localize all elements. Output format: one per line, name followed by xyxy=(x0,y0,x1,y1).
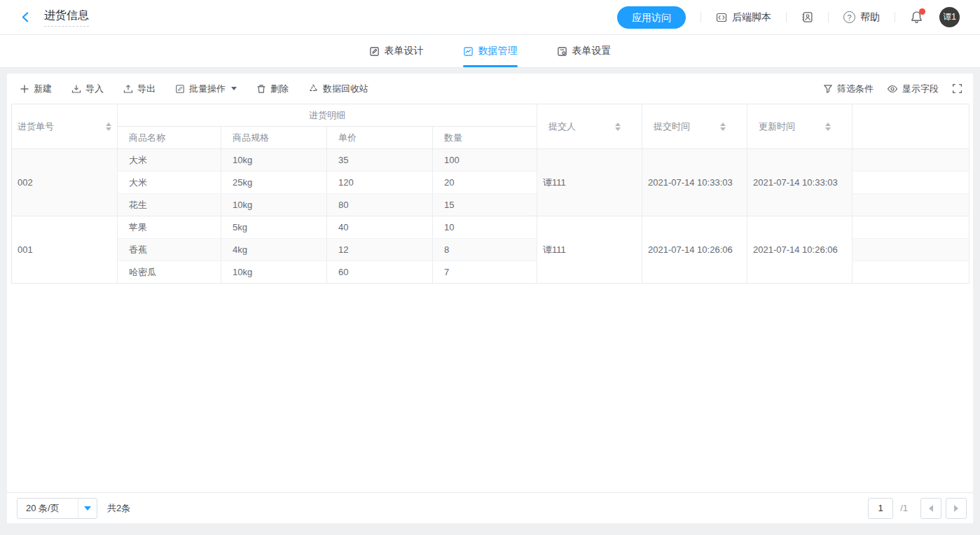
tab-form-design[interactable]: 表单设计 xyxy=(369,35,424,67)
code-icon xyxy=(716,12,727,23)
cell-item-spec: 4kg xyxy=(221,239,327,261)
cell-item-name: 苹果 xyxy=(118,216,221,239)
avatar[interactable]: 谭1 xyxy=(939,7,960,27)
export-label: 导出 xyxy=(137,83,156,95)
cell-filler xyxy=(853,261,969,284)
current-page-input[interactable] xyxy=(868,498,893,519)
backend-script-button[interactable]: 后端脚本 xyxy=(716,11,771,24)
fullscreen-icon xyxy=(952,83,962,94)
contacts-button[interactable] xyxy=(801,11,813,23)
import-label: 导入 xyxy=(85,83,104,95)
pagination-next-button[interactable] xyxy=(946,498,967,519)
column-header-update-time[interactable]: 更新时间 xyxy=(747,104,853,149)
display-fields-label: 显示字段 xyxy=(902,83,939,95)
column-header-item-name: 商品名称 xyxy=(118,127,221,149)
cell-item-qty: 7 xyxy=(433,261,537,284)
cell-item-name: 大米 xyxy=(118,172,221,194)
filter-button[interactable]: 筛选条件 xyxy=(823,83,874,95)
display-fields-button[interactable]: 显示字段 xyxy=(887,83,939,95)
sort-icon[interactable] xyxy=(106,123,111,131)
address-book-icon xyxy=(801,11,813,23)
document-pencil-icon xyxy=(175,84,185,94)
tab-data-management[interactable]: 数据管理 xyxy=(463,35,518,67)
cell-update-time: 2021-07-14 10:33:03 xyxy=(747,149,853,216)
fullscreen-button[interactable] xyxy=(952,83,962,94)
import-button[interactable]: 导入 xyxy=(71,83,104,95)
cell-submitter: 谭111 xyxy=(537,149,642,216)
cell-filler xyxy=(853,216,969,239)
column-label: 更新时间 xyxy=(759,120,795,133)
select-caret-box xyxy=(78,499,97,518)
plus-icon xyxy=(20,84,29,94)
cell-item-spec: 5kg xyxy=(221,216,327,239)
cell-item-name: 大米 xyxy=(118,149,221,172)
app-access-button[interactable]: 应用访问 xyxy=(617,6,686,29)
page-body: 新建 导入 导出 批量操作 删除 xyxy=(0,68,980,535)
table-zone: 进货单号 进货明细 提交人 提交时间 更新时间 xyxy=(11,104,969,492)
table-toolbar: 新建 导入 导出 批量操作 删除 xyxy=(7,74,973,104)
back-button[interactable] xyxy=(20,11,32,23)
top-bar: 进货信息 应用访问 后端脚本 ? 帮助 谭1 xyxy=(0,0,980,35)
column-header-item-spec: 商品规格 xyxy=(221,127,327,149)
new-button[interactable]: 新建 xyxy=(20,83,52,95)
chevron-left-icon xyxy=(20,11,32,23)
divider xyxy=(828,12,829,22)
page-title: 进货信息 xyxy=(44,8,89,27)
content-panel: 新建 导入 导出 批量操作 删除 xyxy=(7,74,973,523)
column-header-submitter[interactable]: 提交人 xyxy=(537,104,642,149)
batch-operation-button[interactable]: 批量操作 xyxy=(175,83,237,95)
sort-icon[interactable] xyxy=(720,123,726,131)
cell-filler xyxy=(853,194,969,216)
export-button[interactable]: 导出 xyxy=(123,83,156,95)
batch-operation-label: 批量操作 xyxy=(189,83,226,95)
cell-item-price: 35 xyxy=(327,149,433,172)
chevron-down-icon xyxy=(231,87,237,90)
cell-submit-time: 2021-07-14 10:33:03 xyxy=(642,149,747,216)
tab-label: 表单设置 xyxy=(572,45,612,57)
tab-form-settings[interactable]: 表单设置 xyxy=(557,35,612,67)
cell-item-price: 80 xyxy=(327,194,433,216)
chevron-right-icon xyxy=(954,505,958,512)
table-header: 进货单号 进货明细 提交人 提交时间 更新时间 xyxy=(12,104,969,149)
delete-button[interactable]: 删除 xyxy=(256,83,289,95)
column-label: 提交人 xyxy=(548,120,576,133)
table-body: 002大米10kg35100谭1112021-07-14 10:33:03202… xyxy=(12,149,969,284)
page-size-select[interactable]: 20 条/页 xyxy=(17,498,97,519)
column-header-order-no[interactable]: 进货单号 xyxy=(12,104,118,149)
help-button[interactable]: ? 帮助 xyxy=(843,11,880,24)
cell-filler xyxy=(853,172,969,194)
funnel-icon xyxy=(823,84,833,94)
pagination-prev-button[interactable] xyxy=(920,498,941,519)
notification-badge xyxy=(919,8,925,15)
document-gear-icon xyxy=(557,46,567,57)
divider xyxy=(786,12,787,22)
column-group-header: 进货明细 xyxy=(118,104,537,127)
cell-item-qty: 10 xyxy=(433,216,537,239)
tab-bar: 表单设计 数据管理 表单设置 xyxy=(0,35,980,68)
chevron-down-icon xyxy=(84,506,91,510)
page-size-value: 20 条/页 xyxy=(18,502,78,515)
cell-item-price: 120 xyxy=(327,172,433,194)
column-header-submit-time[interactable]: 提交时间 xyxy=(642,104,747,149)
recycle-icon xyxy=(308,83,319,94)
new-label: 新建 xyxy=(34,83,52,95)
table-row[interactable]: 002大米10kg35100谭1112021-07-14 10:33:03202… xyxy=(12,149,969,172)
trash-icon xyxy=(256,84,266,94)
notification-button[interactable] xyxy=(910,11,923,24)
table-footer: 20 条/页 共2条 /1 xyxy=(7,492,973,523)
cell-item-qty: 8 xyxy=(433,239,537,261)
sort-icon[interactable] xyxy=(825,123,831,131)
cell-item-spec: 10kg xyxy=(221,261,327,284)
sort-icon[interactable] xyxy=(615,123,621,131)
recycle-bin-button[interactable]: 数据回收站 xyxy=(308,83,368,95)
data-table: 进货单号 进货明细 提交人 提交时间 更新时间 xyxy=(11,104,969,284)
cell-filler xyxy=(853,239,969,261)
cell-item-spec: 25kg xyxy=(221,172,327,194)
table-row[interactable]: 001苹果5kg4010谭1112021-07-14 10:26:062021-… xyxy=(12,216,969,239)
cell-item-name: 哈密瓜 xyxy=(118,261,221,284)
recycle-bin-label: 数据回收站 xyxy=(323,83,368,95)
divider xyxy=(701,12,701,22)
eye-icon xyxy=(887,83,898,95)
column-header-item-price: 单价 xyxy=(327,127,433,149)
total-pages: /1 xyxy=(900,503,908,513)
